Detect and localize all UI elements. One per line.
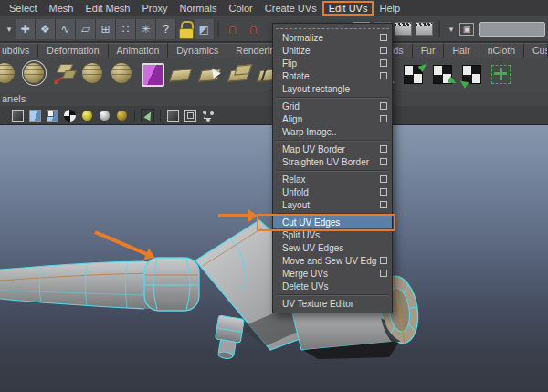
menu-item[interactable]: Unfold	[273, 185, 392, 198]
menu-item[interactable]: Layout	[273, 198, 392, 211]
default-light-icon[interactable]	[98, 109, 111, 122]
select-deformations-icon[interactable]: ⊞	[96, 19, 116, 39]
menubar-item[interactable]: Create UVs	[259, 2, 322, 15]
field-mode-caret-icon[interactable]: ▾	[445, 19, 458, 39]
select-handles-icon[interactable]: ✚	[16, 19, 36, 39]
uv-checker-arrow-icon[interactable]	[401, 60, 427, 88]
menu-item-label: Relax	[282, 175, 377, 185]
menubar-item[interactable]: Normals	[174, 2, 223, 15]
menubar-item[interactable]: Help	[374, 2, 406, 15]
menubar-item[interactable]: Edit UVs	[323, 2, 374, 15]
uv-checker-arrow2-icon[interactable]	[430, 60, 457, 88]
menu-item[interactable]: Merge UVs	[273, 267, 392, 280]
menu-item-label: Sew UV Edges	[282, 243, 387, 253]
option-box-icon[interactable]	[380, 188, 387, 196]
menubar-item[interactable]: Edit Mesh	[79, 2, 135, 15]
snap-to-curves-icon[interactable]: ∩	[243, 19, 264, 39]
option-box-icon[interactable]	[380, 201, 387, 208]
menu-item[interactable]: Unitize	[273, 44, 392, 57]
shelf-tab[interactable]: Deformation	[38, 43, 108, 58]
poly-combine-icon[interactable]	[226, 60, 252, 88]
uv-checker-arrow3-icon[interactable]	[459, 60, 486, 88]
option-box-icon[interactable]	[380, 102, 387, 110]
menu-item-label: Flip	[282, 58, 377, 69]
snap-to-grids-icon[interactable]: ∩	[222, 19, 243, 39]
isolate-select-icon[interactable]	[141, 109, 154, 122]
poly-sphere-scatter-icon[interactable]	[109, 60, 135, 88]
shelf-tab[interactable]: Animation	[109, 43, 169, 58]
menu-tearoff-handle[interactable]	[276, 26, 389, 29]
checker-material-icon[interactable]	[63, 109, 77, 122]
option-box-icon[interactable]	[380, 175, 387, 183]
option-box-icon[interactable]	[380, 72, 387, 79]
uv-grid-green-icon[interactable]	[489, 60, 515, 88]
select-surfaces-icon[interactable]: ▱	[76, 19, 96, 39]
option-box-icon[interactable]	[380, 115, 387, 122]
menu-item[interactable]: Align	[273, 112, 392, 125]
menubar-item[interactable]: Proxy	[136, 2, 173, 15]
all-lights-icon[interactable]	[115, 109, 129, 122]
menu-item[interactable]: Sew UV Edges	[273, 241, 392, 254]
select-curves-icon[interactable]: ∿	[56, 19, 76, 39]
wireframe-cube-icon[interactable]	[11, 109, 25, 122]
highlight-selection-icon[interactable]: ◩	[195, 19, 215, 39]
main-menu-bar: SelectMeshEdit MeshProxyNormalsColorCrea…	[0, 0, 548, 16]
menubar-item[interactable]: Color	[223, 2, 258, 15]
menu-item-label: Warp Image..	[282, 127, 387, 137]
option-box-icon[interactable]	[380, 257, 387, 264]
poly-sphere-circled-icon[interactable]	[21, 60, 47, 88]
menu-item[interactable]: Split UVs	[273, 228, 392, 241]
shelf-tab[interactable]: ubdivs	[0, 43, 38, 58]
select-misc-icon[interactable]: ?	[156, 19, 176, 39]
lock-selection-icon[interactable]	[176, 19, 195, 39]
poly-separate-icon[interactable]: ↙	[50, 60, 77, 88]
menu-item[interactable]: Flip	[273, 57, 392, 69]
render-settings-icon[interactable]	[415, 19, 434, 39]
option-box-icon[interactable]	[380, 145, 387, 153]
quick-select-box-icon[interactable]: ▣	[459, 23, 474, 36]
select-rendering-icon[interactable]: ✳	[136, 19, 156, 39]
menu-item[interactable]: Move and Sew UV Edges	[273, 254, 392, 267]
quick-select-field[interactable]	[480, 22, 545, 37]
no-lights-icon[interactable]	[80, 109, 94, 122]
panels-menu-label[interactable]: anels	[2, 93, 26, 104]
poly-cube-purple-icon[interactable]	[138, 60, 164, 88]
shaded-cube-icon[interactable]	[28, 109, 42, 122]
poly-sphere-edge-icon[interactable]	[0, 60, 18, 88]
option-box-icon[interactable]	[380, 34, 387, 41]
poly-sphere-project-icon[interactable]	[79, 60, 106, 88]
menu-item-label: Normalize	[282, 33, 377, 43]
select-joints-icon[interactable]: ❖	[36, 19, 56, 39]
menu-item[interactable]: Delete UVs	[273, 280, 392, 292]
menu-item[interactable]: Rotate	[273, 69, 392, 82]
shelf-tab[interactable]: Dynamics	[168, 43, 227, 58]
menu-item[interactable]: Normalize	[273, 31, 392, 44]
shelf-tab[interactable]: Cus	[524, 43, 548, 58]
menu-item[interactable]: Layout rectangle	[273, 82, 392, 95]
camera-gate-icon[interactable]	[184, 109, 197, 122]
option-box-icon[interactable]	[380, 270, 387, 277]
ipr-render-icon[interactable]	[394, 19, 413, 39]
textured-cube-icon[interactable]	[46, 109, 59, 122]
option-box-icon[interactable]	[380, 59, 387, 67]
menu-item[interactable]: Map UV Border	[273, 143, 392, 155]
menu-item[interactable]: UV Texture Editor	[273, 297, 392, 310]
option-box-icon[interactable]	[380, 158, 387, 165]
menu-item[interactable]: Warp Image..	[273, 125, 392, 138]
shelf-tab[interactable]: Fur	[413, 43, 445, 58]
menubar-item[interactable]: Select	[4, 2, 43, 15]
menu-collapse-icon[interactable]: ▾	[3, 19, 16, 39]
option-box-icon[interactable]	[380, 47, 387, 54]
menu-item[interactable]: Straighten UV Border	[273, 155, 392, 168]
menu-item[interactable]: Relax	[273, 173, 392, 185]
shader-network-icon[interactable]	[201, 109, 215, 122]
poly-plane-select-icon[interactable]	[196, 60, 223, 88]
shelf-tab[interactable]: nCloth	[480, 43, 524, 58]
select-dynamics-icon[interactable]: ∷	[116, 19, 136, 39]
poly-plane-fold-icon[interactable]	[167, 60, 194, 88]
menu-item[interactable]: Cut UV Edges	[273, 216, 392, 228]
menubar-item[interactable]: Mesh	[44, 2, 79, 15]
menu-item[interactable]: Grid	[273, 100, 392, 112]
shelf-tab[interactable]: Hair	[444, 43, 479, 58]
xray-cube-icon[interactable]	[166, 109, 180, 122]
